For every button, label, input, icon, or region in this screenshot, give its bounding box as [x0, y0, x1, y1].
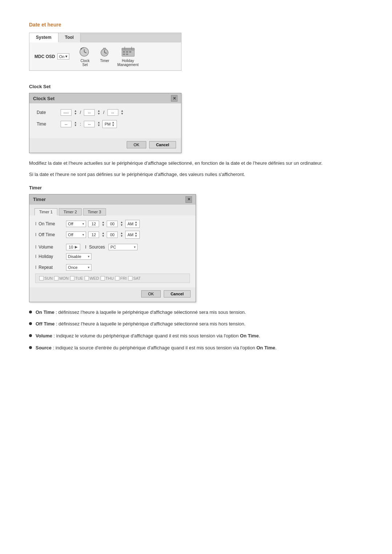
date-field-3[interactable]: --	[107, 109, 118, 116]
holiday-label: Holiday	[38, 254, 64, 259]
sun-label: SUN	[44, 276, 53, 280]
date-spinners-1[interactable]: ▲ ▼	[74, 110, 77, 115]
off-time-ampm[interactable]: AM ▲ ▼	[125, 231, 139, 239]
on-time-ampm[interactable]: AM ▲ ▼	[125, 220, 139, 228]
tab-tool[interactable]: Tool	[58, 33, 81, 42]
mon-label: MON	[59, 276, 69, 280]
off-time-m-spinners[interactable]: ▲ ▼	[120, 232, 123, 238]
off-time-h-spinners[interactable]: ▲ ▼	[102, 232, 105, 238]
date-down-1[interactable]: ▼	[74, 112, 77, 115]
on-time-h-spinners[interactable]: ▲ ▼	[102, 221, 105, 227]
timer-dialog: Timer ✕ Timer 1 Timer 2 Timer 3 I On Tim…	[29, 194, 196, 302]
on-time-hour[interactable]: 12	[88, 221, 99, 227]
tue-checkbox[interactable]	[70, 276, 74, 280]
timer-cancel-button[interactable]: Cancel	[164, 290, 191, 297]
tool-tabs: System Tool	[29, 33, 181, 42]
on-time-m-spinners[interactable]: ▲ ▼	[120, 221, 123, 227]
day-tue[interactable]: TUE	[70, 276, 83, 280]
volume-control[interactable]: 10 ▶	[66, 244, 80, 250]
day-mon[interactable]: MON	[54, 276, 69, 280]
repeat-dropdown[interactable]: Once ▾	[66, 264, 91, 271]
holiday-dropdown[interactable]: Disable ▾	[66, 253, 91, 260]
day-checkboxes: SUN MON TUE WED THU	[35, 274, 190, 283]
timer-buttons: OK Cancel	[29, 287, 196, 302]
wed-checkbox[interactable]	[85, 276, 89, 280]
date-field-2[interactable]: --	[84, 109, 95, 116]
off-time-min[interactable]: 00	[107, 231, 118, 238]
holiday-value: Disable	[68, 254, 81, 259]
date-spinners-3[interactable]: ▲ ▼	[121, 110, 124, 115]
bullet-2-rest: : définissez l'heure à laquelle le périp…	[55, 321, 246, 327]
svg-rect-15	[123, 54, 125, 55]
time-spinners-1[interactable]: ▲ ▼	[74, 121, 77, 127]
bullet-4-bold2: On Time	[256, 345, 275, 350]
clock-set-icon	[78, 46, 92, 58]
thu-label: THU	[106, 276, 114, 280]
day-thu[interactable]: THU	[101, 276, 114, 280]
bullet-item-on-time: On Time : définissez l'heure à laquelle …	[29, 309, 363, 316]
tab-system[interactable]: System	[29, 33, 58, 42]
timer-close-button[interactable]: ✕	[185, 196, 192, 203]
clock-icon-item[interactable]: ClockSet	[78, 46, 92, 67]
date-down-3[interactable]: ▼	[121, 112, 124, 115]
clock-cancel-button[interactable]: Cancel	[149, 141, 176, 148]
volume-row: I Volume 10 ▶ I Sources PC ▾	[35, 244, 190, 250]
volume-label: Volume	[38, 245, 64, 250]
off-time-hour[interactable]: 12	[88, 231, 99, 238]
day-fri[interactable]: FRI	[115, 276, 127, 280]
clock-ok-button[interactable]: OK	[127, 141, 146, 148]
time-field-2[interactable]: --	[84, 121, 95, 127]
off-time-dropdown[interactable]: Off ▾	[66, 231, 86, 238]
volume-right-arrow[interactable]: ▶	[75, 245, 78, 249]
day-wed[interactable]: WED	[85, 276, 99, 280]
thu-checkbox[interactable]	[101, 276, 105, 280]
pm-down[interactable]: ▼	[112, 124, 115, 127]
section-date-heure: Date et heure System Tool MDC OSD On ▾	[29, 22, 363, 352]
timer-tab-2[interactable]: Timer 2	[59, 208, 82, 216]
time-label: Time	[37, 122, 58, 127]
mon-checkbox[interactable]	[54, 276, 58, 280]
timer-icon	[98, 46, 111, 58]
timer-tab-1[interactable]: Timer 1	[34, 208, 57, 216]
pm-spinners[interactable]: ▲ ▼	[112, 121, 115, 127]
timer-ok-button[interactable]: OK	[141, 290, 161, 297]
time-pm-field[interactable]: PM ▲ ▼	[102, 120, 117, 128]
bullet-list: On Time : définissez l'heure à laquelle …	[29, 309, 363, 352]
mdc-row: MDC OSD On ▾	[34, 53, 69, 59]
on-time-dropdown-arrow: ▾	[82, 222, 84, 226]
mdc-label: MDC OSD	[34, 54, 55, 59]
bullet-4-bold: Source	[36, 345, 52, 350]
mdc-dropdown[interactable]: On ▾	[57, 53, 70, 59]
time-field-1[interactable]: --	[61, 121, 72, 127]
on-time-row: I On Time Off ▾ 12 ▲ ▼ 00 ▲ ▼ AM	[35, 220, 190, 228]
sun-checkbox[interactable]	[39, 276, 44, 280]
timer-tabs: Timer 1 Timer 2 Timer 3	[29, 205, 196, 216]
bullet-4-text: Source : indiquez la source d'entrée du …	[36, 344, 277, 352]
repeat-label: Repeat	[38, 265, 64, 270]
fri-checkbox[interactable]	[115, 276, 119, 280]
on-time-dropdown[interactable]: Off ▾	[66, 221, 86, 227]
time-down-1[interactable]: ▼	[74, 124, 77, 127]
timer-tab-3[interactable]: Timer 3	[83, 208, 106, 216]
time-spinners-2[interactable]: ▲ ▼	[97, 121, 100, 127]
sat-checkbox[interactable]	[128, 276, 132, 280]
date-down-2[interactable]: ▼	[97, 112, 100, 115]
clock-set-titlebar: Clock Set ✕	[29, 93, 181, 103]
date-field-1[interactable]: ----	[61, 109, 72, 116]
clock-set-dialog: Clock Set ✕ Date ---- ▲ ▼ / -- ▲ ▼ / --	[29, 93, 181, 153]
svg-rect-13	[126, 51, 128, 53]
sources-dropdown[interactable]: PC ▾	[109, 244, 138, 250]
clock-set-close-button[interactable]: ✕	[171, 95, 177, 102]
bullet-dot-3	[29, 334, 32, 337]
bullet-item-volume: Volume : indiquez le volume du périphéri…	[29, 332, 363, 340]
date-spinners-2[interactable]: ▲ ▼	[97, 110, 100, 115]
holiday-icon-item[interactable]: HolidayManagement	[117, 46, 138, 67]
date-row: Date ---- ▲ ▼ / -- ▲ ▼ / -- ▲ ▼	[37, 109, 174, 116]
date-sep-2: /	[103, 110, 104, 115]
timer-icon-item[interactable]: Timer	[98, 46, 111, 67]
wed-label: WED	[90, 276, 99, 280]
on-time-min[interactable]: 00	[107, 221, 118, 227]
time-down-2[interactable]: ▼	[97, 124, 100, 127]
day-sat[interactable]: SAT	[128, 276, 141, 280]
day-sun[interactable]: SUN	[39, 276, 53, 280]
